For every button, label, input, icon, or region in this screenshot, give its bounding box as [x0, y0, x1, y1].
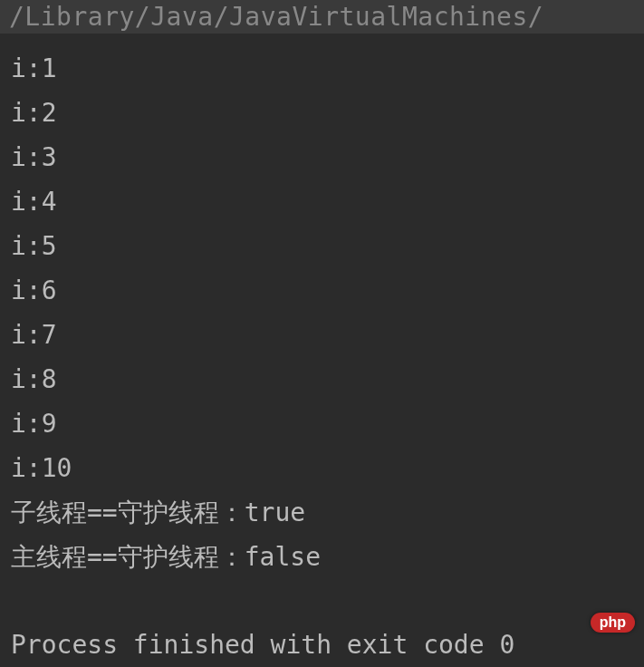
process-exit-message: Process finished with exit code 0 [11, 623, 514, 667]
output-line: i:2 [11, 91, 633, 135]
output-line: i:5 [11, 224, 633, 268]
output-line: 主线程==守护线程：false [11, 535, 633, 579]
output-line: 子线程==守护线程：true [11, 490, 633, 535]
output-line: i:6 [11, 268, 633, 313]
watermark: php [591, 613, 635, 633]
command-path-text: /Library/Java/JavaVirtualMachines/ [9, 2, 543, 32]
command-path-bar: /Library/Java/JavaVirtualMachines/ [0, 0, 644, 34]
watermark-text: php [591, 613, 635, 633]
console-output: i:1 i:2 i:3 i:4 i:5 i:6 i:7 i:8 i:9 i:10… [0, 34, 644, 592]
output-line: i:8 [11, 357, 633, 401]
output-line: i:1 [11, 46, 633, 91]
output-line: i:7 [11, 313, 633, 357]
output-line: i:3 [11, 135, 633, 179]
output-line: i:10 [11, 446, 633, 490]
output-line: i:9 [11, 401, 633, 446]
output-line: i:4 [11, 179, 633, 224]
